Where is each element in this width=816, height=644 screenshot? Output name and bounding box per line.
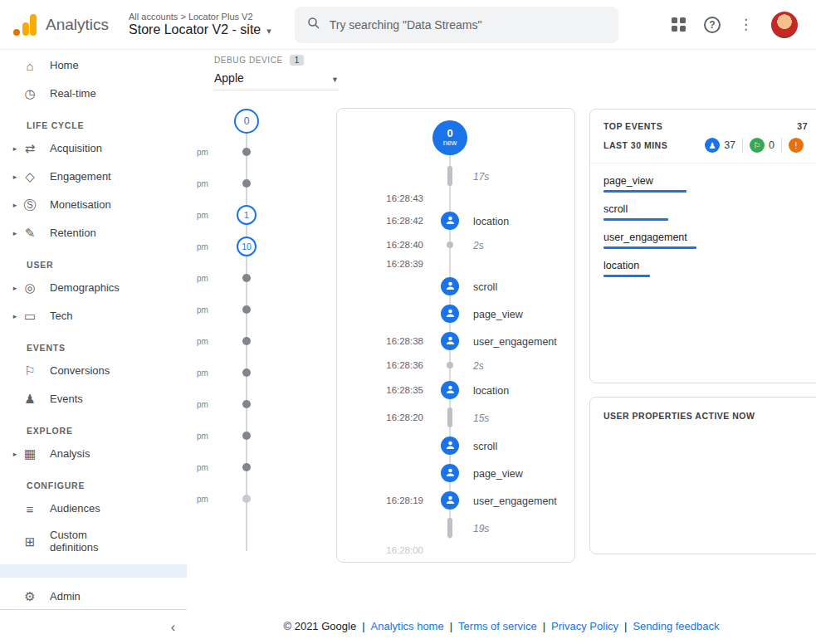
event-timestamp: 16:28:38 (337, 336, 435, 346)
minute-marker[interactable] (242, 463, 251, 471)
minute-row: pm (197, 451, 271, 483)
sidebar-item[interactable]: ⚙ Admin (0, 583, 187, 611)
search-icon (306, 16, 321, 34)
minute-row: pm (197, 388, 271, 420)
sidebar-item[interactable]: ▸ ⇄ Acquisition (0, 134, 187, 163)
footer-link[interactable]: Terms of service (458, 620, 537, 632)
event-timestamp: 16:28:20 (337, 412, 435, 422)
expand-arrow-icon[interactable]: ▸ (8, 312, 22, 320)
expand-arrow-icon[interactable]: ▸ (8, 450, 22, 458)
top-event-row[interactable]: user_engagement (603, 232, 808, 249)
debug-event-user-icon[interactable] (441, 305, 459, 323)
help-icon[interactable] (704, 17, 721, 33)
sidebar-item[interactable]: ⚐ Conversions (0, 357, 187, 385)
sidebar-item[interactable]: ⊞ Custom definitions (0, 523, 187, 561)
top-event-row[interactable]: location (603, 260, 808, 277)
minute-marker[interactable] (242, 368, 251, 377)
event-name[interactable]: location (473, 385, 509, 397)
minute-marker[interactable]: 0 (234, 109, 259, 134)
minute-event-count: 1 (244, 210, 249, 220)
sidebar-item[interactable]: ⌂ Home (0, 51, 187, 80)
minute-event-count: 0 (244, 115, 250, 127)
sidebar-item-label: Custom definitions (50, 529, 110, 554)
breadcrumb[interactable]: All accounts > Locator Plus V2 (129, 12, 271, 22)
stream-row: 16:28:42 location (337, 207, 574, 234)
event-name[interactable]: location (473, 216, 509, 227)
expand-arrow-icon[interactable]: ▸ (8, 229, 22, 237)
top-event-row[interactable]: scroll (603, 203, 808, 221)
minute-marker[interactable] (242, 305, 251, 314)
minute-label: pm (197, 211, 222, 220)
apps-grid-icon[interactable] (672, 17, 686, 32)
debug-event-user-icon[interactable] (441, 437, 459, 455)
sidebar-item[interactable] (0, 564, 187, 578)
event-name[interactable]: scroll (473, 281, 497, 293)
copyright: © 2021 Google (283, 620, 356, 632)
monetisation-icon: Ⓢ (22, 198, 38, 213)
minute-marker[interactable] (242, 148, 251, 156)
user-avatar[interactable] (771, 12, 798, 38)
sidebar-item[interactable]: ▸ ◎ Demographics (0, 274, 187, 302)
analytics-home-link[interactable]: Analytics (13, 12, 109, 37)
debug-event-user-icon[interactable] (441, 212, 459, 230)
search-bar[interactable] (295, 7, 618, 43)
new-events-badge[interactable]: 0 new (432, 120, 467, 155)
event-name[interactable]: scroll (473, 441, 497, 452)
sidebar-item[interactable]: ▸ ◇ Engagement (0, 163, 187, 191)
top-event-name[interactable]: scroll (603, 203, 808, 215)
debug-device-select[interactable]: Apple (214, 71, 339, 90)
top-event-name[interactable]: location (603, 260, 808, 271)
sidebar-item[interactable]: ◷ Real-time (0, 80, 187, 108)
debug-event-user-icon[interactable] (441, 491, 459, 510)
minute-marker[interactable] (242, 400, 251, 408)
debug-event-user-icon[interactable] (441, 277, 459, 295)
minute-marker[interactable] (242, 495, 251, 503)
minute-row: 0 (197, 106, 271, 136)
footer-link[interactable]: Sending feedback (633, 620, 719, 632)
minute-marker[interactable] (242, 432, 251, 440)
sidebar-item-label: Audiences (50, 503, 100, 515)
debug-event-user-icon[interactable] (441, 332, 459, 350)
expand-arrow-icon[interactable]: ▸ (8, 173, 22, 181)
sidebar-item[interactable]: ▸ ▭ Tech (0, 302, 187, 330)
sidebar-item[interactable]: EXPLORE (0, 413, 187, 440)
sidebar-item[interactable]: LIFE CYCLE (0, 108, 187, 134)
property-selector[interactable]: Store Locator V2 - site (129, 22, 271, 37)
footer-link[interactable]: Privacy Policy (551, 620, 618, 632)
collapse-sidebar-icon[interactable] (171, 620, 175, 635)
footer-link[interactable]: Analytics home (371, 620, 444, 632)
top-event-name[interactable]: page_view (603, 175, 808, 187)
minute-marker[interactable] (242, 179, 251, 188)
minute-marker[interactable]: 1 (237, 205, 257, 225)
sidebar-item[interactable]: ▸ Ⓢ Monetisation (0, 191, 187, 219)
user-properties-card: USER PROPERTIES ACTIVE NOW (589, 397, 816, 554)
stream-row: 16:28:36 2s (337, 354, 574, 376)
event-name[interactable]: user_engagement (473, 495, 557, 507)
chevron-down-icon (266, 22, 271, 37)
minute-marker[interactable] (242, 274, 251, 282)
expand-arrow-icon[interactable]: ▸ (8, 284, 22, 292)
seconds-stream-card: 0 new 17s (336, 108, 575, 563)
event-name[interactable]: page_view (473, 468, 523, 480)
minute-marker[interactable]: 10 (237, 237, 257, 256)
top-event-row[interactable]: page_view (603, 175, 808, 193)
event-name[interactable]: user_engagement (473, 336, 557, 348)
expand-arrow-icon[interactable]: ▸ (8, 144, 22, 153)
event-name[interactable]: page_view (473, 309, 523, 320)
more-options-icon[interactable] (739, 16, 753, 33)
expand-arrow-icon[interactable]: ▸ (8, 201, 22, 209)
sidebar-item[interactable]: CONFIGURE (0, 468, 187, 495)
top-event-name[interactable]: user_engagement (603, 232, 808, 243)
debug-event-user-icon[interactable] (441, 381, 459, 399)
sidebar-item[interactable]: ♟ Events (0, 385, 187, 413)
sidebar-item[interactable]: ▸ ▦ Analysis (0, 440, 187, 468)
sidebar-item[interactable]: ≡ Audiences (0, 495, 187, 523)
sidebar-item[interactable]: USER (0, 247, 187, 274)
debug-event-user-icon[interactable] (441, 464, 459, 482)
minute-marker[interactable] (242, 337, 251, 345)
search-input[interactable] (330, 18, 607, 32)
event-timestamp: 16:28:43 (337, 193, 435, 203)
sidebar-item[interactable]: EVENTS (0, 330, 187, 357)
sidebar-item-label: CONFIGURE (27, 481, 85, 490)
sidebar-item[interactable]: ▸ ✎ Retention (0, 219, 187, 247)
